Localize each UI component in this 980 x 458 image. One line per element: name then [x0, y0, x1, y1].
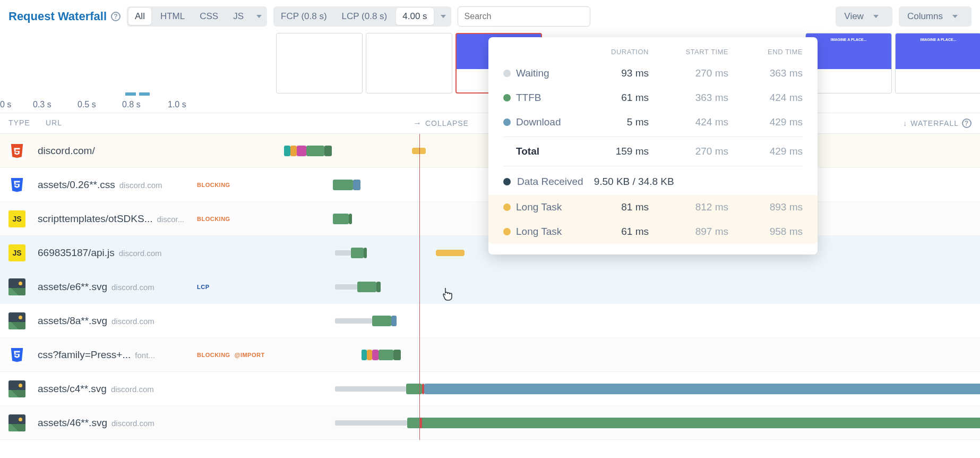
chevron-down-icon [952, 15, 958, 18]
request-row[interactable]: assets/e6**.svg discord.com LCP [0, 270, 980, 304]
lcp-badge: LCP [197, 284, 210, 290]
col-type[interactable]: TYPE [8, 118, 46, 128]
waterfall-bar [282, 417, 972, 429]
phase-start: 424 ms [649, 116, 728, 128]
search-box [458, 6, 590, 27]
search-input[interactable] [458, 6, 590, 27]
js-icon: JS [8, 210, 25, 227]
image-icon [8, 380, 25, 397]
filmstrip-frame[interactable] [805, 33, 892, 94]
request-row[interactable]: css?family=Press+... font... BLOCKING @I… [0, 338, 980, 372]
request-url: css?family=Press+... [38, 349, 131, 361]
phase-label: Download [516, 116, 585, 128]
col-url[interactable]: URL [46, 118, 413, 128]
ruler-tick: 1.0 s [168, 100, 186, 109]
tt-col-start: START TIME [649, 48, 728, 56]
request-url: assets/46**.svg [38, 417, 107, 429]
phase-start: 363 ms [649, 92, 728, 104]
phase-dot [503, 70, 511, 77]
waterfall-label: WATERFALL [910, 119, 959, 128]
css-icon [8, 176, 25, 193]
longtask-label: Long Task [516, 201, 585, 213]
filmstrip-frame[interactable] [895, 33, 980, 94]
phase-duration: 61 ms [585, 92, 649, 104]
longtask-duration: 61 ms [585, 226, 649, 238]
ruler-tick: 0.5 s [78, 100, 96, 109]
image-icon [8, 312, 25, 329]
waterfall-bar [282, 281, 972, 293]
phase-dot [503, 94, 511, 101]
title-text: Request Waterfall [8, 10, 107, 23]
request-domain: discord.com [111, 419, 154, 428]
type-filter-group: All HTML CSS JS [127, 6, 267, 27]
timing-tooltip: DURATION START TIME END TIME Waiting 93 … [488, 37, 818, 255]
ruler-tick: 0.3 s [33, 100, 51, 109]
image-icon [8, 414, 25, 431]
header-toolbar: Request Waterfall ? All HTML CSS JS FCP … [0, 0, 980, 33]
collapse-label: COLLAPSE [425, 119, 469, 128]
filter-more-icon[interactable] [256, 15, 262, 18]
request-row[interactable]: assets/8a**.svg discord.com [0, 304, 980, 338]
filmstrip-frame[interactable] [276, 33, 363, 94]
phase-end: 429 ms [728, 116, 803, 128]
request-domain: discord.com [119, 249, 162, 258]
metric-time[interactable]: 4.00 s [396, 8, 433, 25]
arrow-right-icon: → [413, 118, 422, 128]
total-duration: 159 ms [585, 146, 649, 157]
blocking-badge: BLOCKING [197, 352, 230, 358]
tt-col-end: END TIME [728, 48, 803, 56]
longtask-end: 958 ms [728, 226, 803, 238]
help-icon[interactable]: ? [962, 118, 972, 128]
data-received-value: 9.50 KB / 34.8 KB [594, 176, 674, 188]
request-row[interactable]: assets/c4**.svg discord.com [0, 372, 980, 406]
metric-lcp[interactable]: LCP (0.8 s) [334, 7, 395, 26]
request-url: assets/e6**.svg [38, 281, 107, 293]
request-url: assets/8a**.svg [38, 315, 107, 327]
blocking-badge: BLOCKING [197, 216, 230, 222]
col-waterfall[interactable]: ↓ WATERFALL ? [876, 118, 972, 128]
request-domain: font... [135, 351, 155, 360]
metric-fcp[interactable]: FCP (0.8 s) [273, 7, 334, 26]
longtask-dot [503, 228, 511, 235]
filter-js[interactable]: JS [226, 7, 251, 26]
metric-group: FCP (0.8 s) LCP (0.8 s) 4.00 s [273, 6, 451, 27]
cursor-icon [441, 287, 453, 303]
data-received-label: Data Received [517, 176, 583, 188]
request-domain: discord.com [111, 317, 154, 326]
longtask-label: Long Task [516, 226, 585, 238]
page-title: Request Waterfall ? [8, 10, 121, 23]
filter-css[interactable]: CSS [192, 7, 226, 26]
ruler-marker [139, 92, 150, 96]
waterfall-bar [282, 383, 972, 395]
phase-start: 270 ms [649, 67, 728, 79]
request-row[interactable]: assets/46**.svg discord.com [0, 406, 980, 440]
chevron-down-icon [873, 15, 879, 18]
tt-col-duration: DURATION [585, 48, 649, 56]
columns-button[interactable]: Columns [899, 6, 972, 27]
phase-label: Waiting [516, 67, 585, 79]
total-start: 270 ms [649, 146, 728, 157]
filmstrip-frame[interactable] [366, 33, 452, 94]
longtask-duration: 81 ms [585, 201, 649, 213]
ruler-tick: 0 s [0, 100, 11, 109]
blocking-badge: BLOCKING [197, 182, 230, 188]
phase-duration: 5 ms [585, 116, 649, 128]
phase-dot [503, 118, 511, 126]
time-guideline [419, 134, 420, 440]
request-url: discord.com/ [38, 145, 95, 157]
help-icon[interactable]: ? [111, 12, 121, 21]
phase-end: 363 ms [728, 67, 803, 79]
data-dot [503, 178, 511, 185]
css-icon [8, 346, 25, 363]
columns-label: Columns [907, 11, 943, 22]
longtask-end: 893 ms [728, 201, 803, 213]
filter-all[interactable]: All [128, 8, 151, 25]
request-domain: discor... [157, 215, 184, 224]
filter-html[interactable]: HTML [153, 7, 192, 26]
js-icon: JS [8, 244, 25, 261]
view-button[interactable]: View [836, 6, 892, 27]
longtask-start: 812 ms [649, 201, 728, 213]
metric-more-icon[interactable] [441, 15, 446, 18]
request-url: scripttemplates/otSDKS... [38, 213, 152, 225]
html-icon [8, 142, 25, 159]
